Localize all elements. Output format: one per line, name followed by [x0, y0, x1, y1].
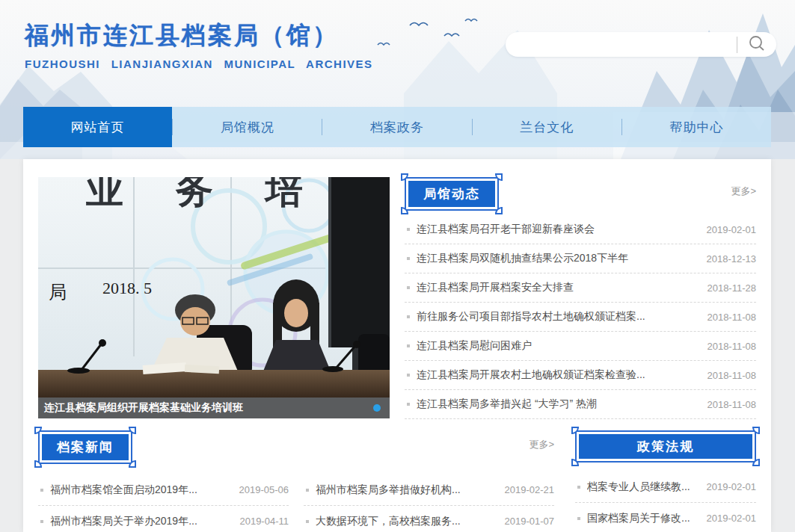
- badge-corner: [571, 427, 579, 434]
- bullet-icon: [306, 489, 309, 492]
- featured-photo[interactable]: 业 务 培 训 局 2018. 5: [38, 177, 390, 418]
- photo-illustration: 业 务 培 训 局 2018. 5: [38, 177, 390, 398]
- section-danews: 档案新闻 更多> 福州市档案馆全面启动2019年... 2019-05-06 福…: [38, 430, 554, 532]
- badge-corner: [401, 173, 408, 181]
- news-title: 连江县档案局多举措兴起 “大学习” 热潮: [417, 398, 699, 411]
- bullet-icon: [577, 517, 580, 520]
- bullet-icon: [407, 374, 410, 377]
- badge-corner: [752, 427, 760, 434]
- news-title: 大数据环境下，高校档案服务...: [316, 515, 497, 528]
- bullet-icon: [407, 286, 410, 289]
- nav-item-affairs[interactable]: 档案政务: [322, 107, 471, 147]
- search-icon: [748, 34, 766, 55]
- badge-corner: [401, 207, 408, 214]
- news-date: 2019-02-21: [505, 484, 555, 495]
- news-date: 2019-02-01: [707, 224, 757, 235]
- search-bar: [506, 32, 776, 57]
- bullet-icon: [407, 315, 410, 318]
- slider-indicator-dot[interactable]: [373, 404, 381, 412]
- news-row[interactable]: 大数据环境下，高校档案服务... 2019-01-07: [304, 506, 554, 532]
- section-dongtai: 局馆动态 更多> 连江县档案局召开老干部迎新春座谈会 2019-02-01 连江…: [405, 177, 756, 419]
- site-logo: 福州市连江县档案局（馆） FUZHOUSHI LIANJIANGXIAN MUN…: [25, 19, 373, 70]
- news-row[interactable]: 连江县档案局双随机抽查结果公示2018下半年 2018-12-13: [405, 244, 756, 273]
- news-row[interactable]: 档案专业人员继续教... 2019-02-01: [575, 471, 756, 503]
- nav-item-culture[interactable]: 兰台文化: [473, 107, 621, 147]
- photo-caption: 连江县档案局组织开展档案基础业务培训班: [38, 401, 373, 415]
- news-title: 连江县档案局慰问困难户: [417, 339, 699, 353]
- badge-corner: [129, 427, 136, 434]
- badge-corner: [495, 173, 503, 181]
- news-row[interactable]: 连江县档案局慰问困难户 2018-11-08: [405, 332, 756, 361]
- news-date: 2018-11-08: [707, 312, 756, 323]
- news-row[interactable]: 连江县档案局多举措兴起 “大学习” 热潮 2018-11-08: [405, 390, 756, 419]
- news-date: 2018-11-08: [707, 370, 756, 381]
- dongtai-list: 连江县档案局召开老干部迎新春座谈会 2019-02-01 连江县档案局双随机抽查…: [405, 215, 756, 419]
- news-title: 前往服务公司项目部指导农村土地确权颁证档案...: [417, 310, 699, 324]
- news-row[interactable]: 连江县档案局开展农村土地确权颁证档案检查验... 2018-11-08: [405, 361, 756, 390]
- dongtai-more-link[interactable]: 更多>: [731, 185, 756, 198]
- news-row[interactable]: 福州市档案局多举措做好机构... 2019-02-21: [304, 474, 554, 506]
- danews-badge: 档案新闻: [38, 430, 132, 464]
- badge-corner: [752, 459, 760, 466]
- news-title: 连江县档案局召开老干部迎新春座谈会: [417, 223, 699, 236]
- danews-title: 档案新闻: [42, 434, 129, 460]
- nav-item-home[interactable]: 网站首页: [23, 107, 172, 147]
- slide-date-text: 2018. 5: [102, 279, 152, 297]
- section-policy: 政策法规 档案专业人员继续教... 2019-02-01 国家档案局关于修改..…: [575, 430, 756, 532]
- news-row[interactable]: 福州市档案馆全面启动2019年... 2019-05-06: [38, 474, 289, 506]
- news-date: 2019-04-11: [239, 516, 289, 527]
- dongtai-badge: 局馆动态: [405, 177, 499, 211]
- news-row[interactable]: 国家档案局关于修改... 2019-02-01: [575, 503, 756, 532]
- news-title: 连江县档案局双随机抽查结果公示2018下半年: [417, 252, 699, 265]
- bullet-icon: [407, 403, 410, 406]
- bullet-icon: [40, 489, 43, 492]
- bullet-icon: [40, 520, 43, 523]
- badge-corner: [571, 459, 579, 466]
- news-row[interactable]: 连江县档案局开展档案安全大排查 2018-11-28: [405, 273, 756, 303]
- danews-more-link[interactable]: 更多>: [529, 438, 554, 451]
- news-row[interactable]: 前往服务公司项目部指导农村土地确权颁证档案... 2018-11-08: [405, 303, 756, 332]
- bullet-icon: [407, 228, 410, 231]
- news-date: 2018-11-08: [707, 399, 756, 410]
- news-title: 国家档案局关于修改...: [587, 512, 699, 525]
- badge-corner: [129, 460, 136, 468]
- danews-col1: 福州市档案馆全面启动2019年... 2019-05-06 福州市档案局关于举办…: [38, 474, 289, 532]
- main-content: 业 务 培 训 局 2018. 5: [23, 159, 771, 532]
- news-title: 福州市档案局多举措做好机构...: [316, 483, 497, 497]
- policy-title: 政策法规: [579, 434, 752, 459]
- danews-col2: 福州市档案局多举措做好机构... 2019-02-21 大数据环境下，高校档案服…: [304, 474, 554, 532]
- site-subtitle: FUZHOUSHI LIANJIANGXIAN MUNICIPAL ARCHIV…: [25, 58, 373, 70]
- news-title: 档案专业人员继续教...: [587, 480, 699, 494]
- photo-caption-bar: 连江县档案局组织开展档案基础业务培训班: [38, 398, 390, 418]
- bullet-icon: [577, 486, 580, 489]
- news-title: 连江县档案局开展档案安全大排查: [417, 281, 699, 294]
- news-date: 2019-05-06: [239, 484, 289, 495]
- slide-left-char: 局: [49, 282, 67, 302]
- news-date: 2019-02-01: [707, 513, 757, 524]
- news-title: 福州市档案局关于举办2019年...: [50, 515, 232, 528]
- policy-badge: 政策法规: [575, 430, 756, 463]
- main-nav: 网站首页 局馆概况 档案政务 兰台文化 帮助中心: [23, 107, 771, 147]
- bullet-icon: [306, 520, 309, 523]
- bullet-icon: [407, 257, 410, 260]
- badge-corner: [34, 427, 42, 434]
- news-date: 2018-11-08: [707, 341, 756, 352]
- news-date: 2018-12-13: [707, 253, 757, 265]
- policy-list: 档案专业人员继续教... 2019-02-01 国家档案局关于修改... 201…: [575, 471, 756, 532]
- news-date: 2019-01-07: [505, 516, 555, 527]
- site-title: 福州市连江县档案局（馆）: [25, 19, 373, 52]
- nav-item-overview[interactable]: 局馆概况: [173, 107, 322, 147]
- news-title: 福州市档案馆全面启动2019年...: [50, 483, 232, 497]
- search-button[interactable]: [737, 32, 776, 57]
- news-date: 2018-11-28: [707, 282, 756, 294]
- news-row[interactable]: 福州市档案局关于举办2019年... 2019-04-11: [38, 506, 289, 532]
- badge-corner: [34, 460, 42, 468]
- badge-corner: [495, 207, 503, 214]
- news-row[interactable]: 连江县档案局召开老干部迎新春座谈会 2019-02-01: [405, 215, 756, 244]
- news-title: 连江县档案局开展农村土地确权颁证档案检查验...: [417, 368, 699, 382]
- bullet-icon: [407, 344, 410, 347]
- dongtai-title: 局馆动态: [408, 181, 495, 207]
- news-date: 2019-02-01: [707, 481, 757, 492]
- search-input[interactable]: [506, 32, 737, 57]
- nav-item-help[interactable]: 帮助中心: [622, 107, 771, 147]
